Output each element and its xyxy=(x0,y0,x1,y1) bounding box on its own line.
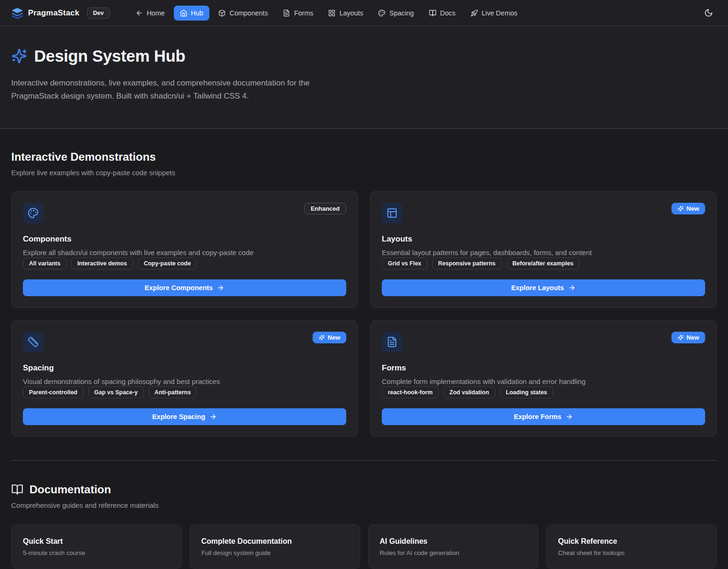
book-open-icon xyxy=(11,484,23,496)
demo-card-spacing: New Spacing Visual demonstrations of spa… xyxy=(11,320,358,437)
hero-section: Design System Hub Interactive demonstrat… xyxy=(0,26,728,129)
sparkles-icon xyxy=(678,206,684,212)
button-label: Explore Forms xyxy=(514,413,562,420)
tag: react-hook-form xyxy=(382,386,439,398)
card-description: Essential layout patterns for pages, das… xyxy=(382,249,705,256)
doc-card-subtitle: Cheat sheet for lookups xyxy=(558,549,705,556)
explore-forms-button[interactable]: Explore Forms xyxy=(382,408,705,425)
nav-item-label: Home xyxy=(147,9,165,17)
tag: Grid vs Flex xyxy=(382,257,428,270)
button-label: Explore Spacing xyxy=(152,413,206,420)
doc-card-title: AI Guidelines xyxy=(380,537,527,546)
nav-item-label: Layouts xyxy=(339,9,363,17)
tag: Interactive demos xyxy=(71,257,133,270)
arrow-right-icon xyxy=(217,284,224,292)
arrow-right-icon xyxy=(565,413,573,420)
card-description: Visual demonstrations of spacing philoso… xyxy=(23,377,346,385)
rocket-icon xyxy=(471,9,478,17)
tag: Zod validation xyxy=(443,386,495,398)
nav-item-label: Live Demos xyxy=(482,9,518,17)
doc-card-title: Complete Documentation xyxy=(201,537,349,546)
new-badge: New xyxy=(313,332,346,343)
new-badge: New xyxy=(671,332,705,343)
theme-toggle-button[interactable] xyxy=(700,5,717,21)
nav-item-components[interactable]: Components xyxy=(212,6,274,21)
doc-card-subtitle: Full design system guide xyxy=(201,549,349,556)
docs-section-subtitle: Comprehensive guides and reference mater… xyxy=(11,501,717,509)
doc-card-title: Quick Reference xyxy=(558,537,705,546)
nav-item-label: Docs xyxy=(440,9,456,17)
button-label: Explore Components xyxy=(145,284,213,292)
explore-layouts-button[interactable]: Explore Layouts xyxy=(382,279,705,296)
tag: All variants xyxy=(23,257,66,270)
spacing-icon-tile xyxy=(23,332,43,352)
card-title: Components xyxy=(23,235,346,244)
badge-label: New xyxy=(686,205,699,212)
badge-label: New xyxy=(686,334,699,341)
new-badge: New xyxy=(671,203,705,214)
file-text-icon xyxy=(386,336,398,348)
tag: Parent-controlled xyxy=(23,386,84,398)
card-title: Spacing xyxy=(23,363,346,373)
nav-item-forms[interactable]: Forms xyxy=(277,6,319,21)
doc-card-ai-guidelines[interactable]: AI Guidelines Rules for AI code generati… xyxy=(368,525,539,569)
tag: Copy-paste code xyxy=(138,257,197,270)
nav-item-docs[interactable]: Docs xyxy=(423,6,462,21)
arrow-right-icon xyxy=(568,284,576,292)
arrow-right-icon xyxy=(209,413,217,420)
card-description: Explore all shadcn/ui components with li… xyxy=(23,249,346,256)
file-text-icon xyxy=(283,9,290,17)
layout-grid-icon xyxy=(328,9,335,17)
button-label: Explore Layouts xyxy=(511,284,564,292)
section-divider xyxy=(11,460,717,461)
nav-item-hub[interactable]: Hub xyxy=(174,6,210,21)
doc-card-quick-start[interactable]: Quick Start 5-minute crash course xyxy=(11,525,182,569)
palette-icon xyxy=(28,207,39,219)
explore-components-button[interactable]: Explore Components xyxy=(23,279,346,296)
env-badge: Dev xyxy=(87,7,110,19)
brand-name: PragmaStack xyxy=(28,8,79,18)
docs-grid: Quick Start 5-minute crash course Comple… xyxy=(11,525,717,569)
doc-card-complete-documentation[interactable]: Complete Documentation Full design syste… xyxy=(190,525,360,569)
card-title: Layouts xyxy=(382,235,705,244)
card-description: Complete form implementations with valid… xyxy=(382,377,705,385)
layouts-icon-tile xyxy=(382,203,402,223)
page-title: Design System Hub xyxy=(34,47,186,65)
demo-card-layouts: New Layouts Essential layout patterns fo… xyxy=(370,191,717,308)
moon-icon xyxy=(704,8,713,17)
tag: Anti-patterns xyxy=(149,386,197,398)
main-content: Interactive Demonstrations Explore live … xyxy=(0,150,728,569)
page-subtitle: Interactive demonstrations, live example… xyxy=(11,77,358,102)
nav-item-layouts[interactable]: Layouts xyxy=(322,6,369,21)
card-title: Forms xyxy=(382,363,705,373)
nav-item-live-demos[interactable]: Live Demos xyxy=(464,6,524,21)
palette-icon xyxy=(378,9,385,17)
primary-nav: Home Hub Components Forms Layouts Spacin… xyxy=(129,6,523,21)
nav-item-label: Forms xyxy=(294,9,313,17)
panels-top-icon xyxy=(386,207,398,219)
layers-logo-icon xyxy=(11,7,23,19)
tag: Responsive patterns xyxy=(432,257,502,270)
demo-card-forms: New Forms Complete form implementations … xyxy=(370,320,717,437)
explore-spacing-button[interactable]: Explore Spacing xyxy=(23,408,346,425)
nav-item-label: Components xyxy=(229,9,268,17)
doc-card-subtitle: 5-minute crash course xyxy=(23,549,170,556)
demos-section-title: Interactive Demonstrations xyxy=(11,150,717,164)
tag: Before/after examples xyxy=(507,257,580,270)
nav-item-spacing[interactable]: Spacing xyxy=(372,6,420,21)
components-icon-tile xyxy=(23,203,43,223)
doc-card-quick-reference[interactable]: Quick Reference Cheat sheet for lookups xyxy=(546,525,717,569)
badge-label: New xyxy=(328,334,340,341)
sparkles-icon xyxy=(678,334,684,341)
tag: Loading states xyxy=(500,386,553,398)
nav-item-home[interactable]: Home xyxy=(129,6,171,21)
brand[interactable]: PragmaStack Dev xyxy=(11,7,110,19)
arrow-left-icon xyxy=(136,9,143,17)
doc-card-subtitle: Rules for AI code generation xyxy=(380,549,527,556)
tag: Gap vs Space-y xyxy=(88,386,144,398)
nav-item-label: Spacing xyxy=(389,9,414,17)
docs-section-title: Documentation xyxy=(29,483,111,496)
top-navbar: PragmaStack Dev Home Hub Components Form… xyxy=(0,0,728,26)
doc-card-title: Quick Start xyxy=(23,537,170,546)
home-icon xyxy=(180,9,187,17)
